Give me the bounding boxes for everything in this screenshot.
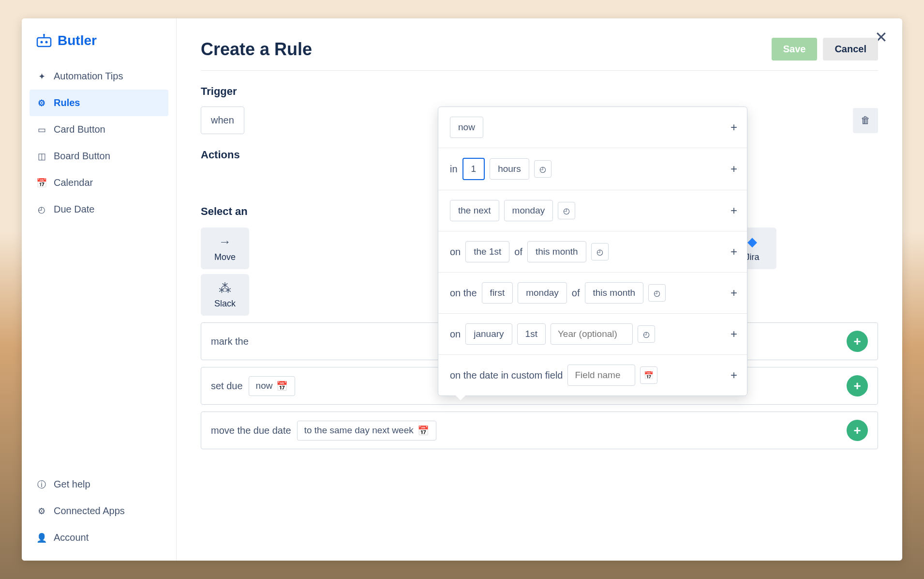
action-text: set due (211, 381, 243, 392)
token-ordinal[interactable]: first (482, 282, 513, 304)
info-icon: ⓘ (36, 479, 47, 490)
sidebar-item-connected-apps[interactable]: ⚙Connected Apps (22, 498, 176, 524)
arrow-right-icon: → (219, 234, 231, 249)
sidebar-item-calendar[interactable]: 📅Calendar (22, 169, 176, 196)
sidebar-item-due-date[interactable]: ◴Due Date (22, 196, 176, 223)
add-option-button[interactable]: + (730, 204, 737, 217)
tile-label: Move (214, 252, 236, 262)
prefix-text: on (450, 329, 461, 340)
sidebar-item-card-button[interactable]: ▭Card Button (22, 116, 176, 143)
jira-icon: ◆ (747, 234, 757, 249)
mid-text: of (572, 288, 580, 299)
calendar-icon: 📅 (36, 178, 47, 188)
add-action-button[interactable]: + (847, 331, 868, 352)
clock-icon: ◴ (36, 204, 47, 215)
add-action-button[interactable]: + (847, 420, 868, 441)
sparkle-icon: ✦ (36, 71, 47, 82)
tile-slack[interactable]: ⁂Slack (201, 274, 249, 316)
cancel-button[interactable]: Cancel (823, 38, 878, 61)
token-weekday[interactable]: monday (504, 200, 553, 221)
add-option-button[interactable]: + (730, 368, 737, 382)
token-unit[interactable]: hours (490, 158, 529, 180)
token-ordinal[interactable]: the 1st (465, 241, 509, 262)
token-day[interactable]: 1st (517, 323, 546, 345)
header: Create a Rule Save Cancel (201, 38, 878, 71)
brand-name: Butler (58, 33, 97, 48)
sidebar-item-label: Card Button (54, 124, 105, 135)
header-buttons: Save Cancel (772, 38, 878, 61)
popover-row-on-month-day: on january 1st ◴ + (438, 314, 747, 355)
field-name-input[interactable] (567, 365, 635, 386)
token-month[interactable]: this month (585, 282, 644, 304)
token-weekday[interactable]: monday (518, 282, 567, 304)
action-text: mark the (211, 336, 249, 347)
sidebar-footer: ⓘGet help ⚙Connected Apps 👤Account (22, 471, 176, 551)
popover-row-custom-field: on the date in custom field 📅 + (438, 355, 747, 396)
brand: Butler (22, 28, 176, 63)
popover-row-now: now + (438, 107, 747, 148)
delete-trigger-button[interactable]: 🗑 (853, 108, 878, 133)
prefix-text: on the (450, 288, 477, 299)
add-option-button[interactable]: + (730, 162, 737, 176)
popover-row-next-day: the next monday ◴ + (438, 190, 747, 231)
slack-icon: ⁂ (219, 281, 231, 296)
calendar-icon[interactable]: 📅 (640, 366, 657, 384)
save-button[interactable]: Save (772, 38, 818, 61)
butler-logo-icon (36, 34, 52, 47)
prefix-text: on (450, 246, 461, 258)
sidebar-item-label: Connected Apps (54, 505, 125, 517)
sidebar-item-help[interactable]: ⓘGet help (22, 471, 176, 498)
trigger-when-box[interactable]: when (201, 107, 244, 134)
sidebar-item-board-button[interactable]: ◫Board Button (22, 143, 176, 169)
sidebar-item-label: Automation Tips (54, 71, 123, 82)
page-title: Create a Rule (201, 39, 312, 60)
card-icon: ▭ (36, 124, 47, 135)
clock-icon[interactable]: ◴ (534, 160, 551, 178)
sidebar-item-automation-tips[interactable]: ✦Automation Tips (22, 63, 176, 90)
clock-icon[interactable]: ◴ (648, 284, 666, 302)
when-label: when (211, 115, 234, 125)
token-month[interactable]: this month (527, 241, 586, 262)
token-number[interactable]: 1 (462, 158, 485, 180)
trash-icon: 🗑 (861, 115, 870, 126)
tile-label: Slack (214, 299, 236, 309)
sidebar-item-label: Calendar (54, 177, 93, 188)
add-option-button[interactable]: + (730, 286, 737, 300)
sidebar-item-label: Get help (54, 479, 90, 490)
action-text: move the due date (211, 425, 291, 436)
clock-icon[interactable]: ◴ (558, 202, 575, 219)
sidebar-item-rules[interactable]: ⚙Rules (30, 90, 168, 116)
add-option-button[interactable]: + (730, 327, 737, 341)
token-now[interactable]: now (450, 117, 483, 138)
clock-icon[interactable]: ◴ (638, 325, 655, 343)
tile-move[interactable]: →Move (201, 228, 249, 269)
sliders-icon: ⚙ (36, 98, 47, 108)
sidebar-item-label: Due Date (54, 204, 95, 215)
clock-icon[interactable]: ◴ (591, 243, 609, 260)
popover-row-in-hours: in 1 hours ◴ + (438, 148, 747, 190)
calendar-icon: 📅 (276, 381, 288, 392)
sidebar-item-label: Board Button (54, 151, 110, 162)
trigger-section-label: Trigger (201, 85, 878, 98)
user-icon: 👤 (36, 533, 47, 543)
add-option-button[interactable]: + (730, 245, 737, 259)
token-month-name[interactable]: january (465, 323, 512, 345)
svg-rect-0 (37, 38, 51, 46)
gear-icon: ⚙ (36, 506, 47, 517)
add-action-button[interactable]: + (847, 375, 868, 396)
token-the-next[interactable]: the next (450, 200, 499, 221)
date-picker-popover: now + in 1 hours ◴ + the next monday ◴ +… (438, 107, 747, 396)
app-window: ✕ Butler ✦Automation Tips ⚙Rules ▭Card B… (22, 18, 902, 561)
move-due-token[interactable]: to the same day next week📅 (297, 421, 436, 441)
due-token[interactable]: now📅 (249, 376, 296, 396)
popover-row-on-the-weekday: on the first monday of this month ◴ + (438, 273, 747, 314)
add-option-button[interactable]: + (730, 121, 737, 134)
svg-point-2 (45, 41, 48, 44)
sidebar-item-label: Account (54, 532, 89, 543)
svg-point-1 (41, 41, 43, 44)
year-input[interactable] (551, 323, 633, 345)
prefix-text: on the date in custom field (450, 370, 563, 381)
svg-point-4 (43, 34, 45, 36)
sidebar-item-account[interactable]: 👤Account (22, 524, 176, 551)
sidebar-nav: ✦Automation Tips ⚙Rules ▭Card Button ◫Bo… (22, 63, 176, 471)
